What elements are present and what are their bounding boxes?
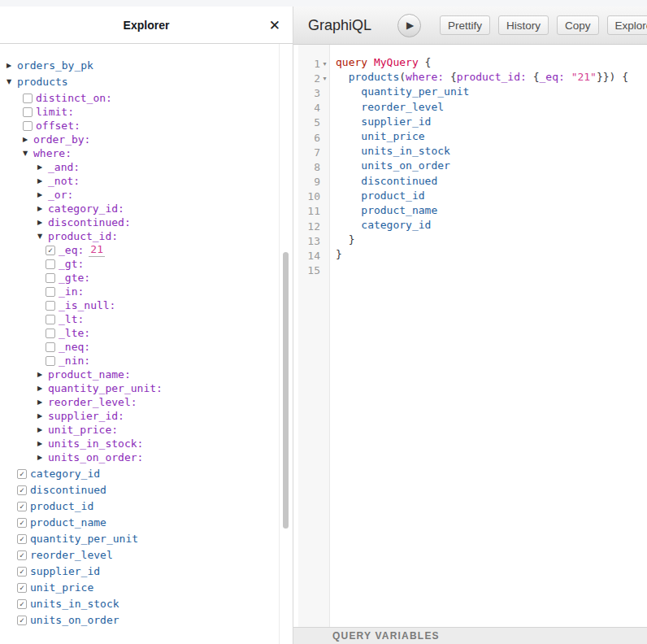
explorer-tree-row[interactable]: ✓quantity_per_unit	[0, 532, 279, 546]
argument-label[interactable]: category_id:	[48, 202, 124, 215]
chevron-right-icon[interactable]: ▶	[37, 220, 48, 226]
prettify-button[interactable]: Prettify	[440, 15, 490, 35]
argument-label[interactable]: product_name:	[48, 368, 131, 381]
chevron-right-icon[interactable]: ▶	[37, 372, 48, 378]
checkbox[interactable]	[23, 107, 33, 117]
argument-label[interactable]: _gt:	[59, 258, 84, 270]
checkbox[interactable]: ✓	[17, 518, 27, 528]
argument-label[interactable]: supplier_id:	[48, 410, 124, 422]
argument-label[interactable]: distinct_on:	[36, 92, 112, 104]
argument-label[interactable]: _or:	[48, 189, 73, 201]
field-label[interactable]: product_name	[30, 516, 106, 529]
explorer-tree-row[interactable]: ▼products	[0, 75, 279, 89]
explorer-tree-row[interactable]: distinct_on:	[0, 91, 279, 105]
field-label[interactable]: quantity_per_unit	[30, 533, 138, 545]
explorer-tree-row[interactable]: _nin:	[0, 354, 279, 368]
field-label[interactable]: discontinued	[30, 484, 106, 496]
checkbox[interactable]: ✓	[17, 485, 27, 495]
checkbox[interactable]	[46, 342, 55, 352]
argument-label[interactable]: _in:	[59, 285, 84, 298]
explorer-button[interactable]: Explorer	[607, 15, 647, 35]
checkbox[interactable]	[23, 121, 33, 131]
explorer-tree-row[interactable]: ▶order_by:	[0, 133, 279, 146]
scrollbar-thumb[interactable]	[283, 252, 289, 529]
chevron-down-icon[interactable]: ▼	[37, 233, 48, 240]
explorer-tree-row[interactable]: ✓units_in_stock	[0, 597, 279, 611]
argument-label[interactable]: unit_price:	[48, 424, 118, 436]
explorer-tree-row[interactable]: ▶unit_price:	[0, 423, 279, 437]
field-label[interactable]: products	[17, 76, 68, 88]
query-variables-title[interactable]: QUERY VARIABLES	[332, 630, 440, 642]
field-label[interactable]: units_in_stock	[30, 598, 119, 610]
scrollbar-track[interactable]	[279, 44, 293, 644]
checkbox[interactable]: ✓	[17, 550, 27, 560]
explorer-tree-row[interactable]: ✓category_id	[0, 467, 279, 481]
explorer-tree-row[interactable]: ▶orders_by_pk	[0, 59, 279, 72]
argument-label[interactable]: _gte:	[59, 272, 90, 284]
explorer-tree-row[interactable]: _gt:	[0, 257, 279, 271]
checkbox[interactable]: ✓	[17, 616, 27, 625]
argument-label[interactable]: _lte:	[59, 327, 90, 339]
argument-label[interactable]: units_in_stock:	[48, 437, 143, 450]
argument-label[interactable]: where:	[33, 147, 72, 159]
explorer-tree-row[interactable]: offset:	[0, 119, 279, 133]
argument-label[interactable]: _neq:	[59, 341, 90, 353]
explorer-tree-row[interactable]: _lte:	[0, 326, 279, 340]
chevron-right-icon[interactable]: ▶	[37, 192, 48, 198]
checkbox[interactable]: ✓	[17, 583, 27, 593]
chevron-right-icon[interactable]: ▶	[37, 164, 48, 171]
argument-label[interactable]: product_id:	[48, 230, 118, 242]
fold-arrow-icon[interactable]: ▾	[320, 60, 329, 67]
argument-label[interactable]: _and:	[48, 161, 80, 173]
explorer-tree-row[interactable]: ▶units_in_stock:	[0, 437, 279, 450]
argument-label[interactable]: _nin:	[59, 355, 90, 367]
argument-label[interactable]: order_by:	[33, 133, 90, 146]
explorer-tree-row[interactable]: _is_null:	[0, 298, 279, 312]
explorer-tree-row[interactable]: ✓discontinued	[0, 483, 279, 497]
query-code[interactable]: query MyQuery { products(where: {product…	[330, 45, 647, 627]
explorer-tree-row[interactable]: ▶product_name:	[0, 368, 279, 381]
checkbox[interactable]: ✓	[17, 599, 27, 609]
checkbox[interactable]: ✓	[17, 534, 27, 544]
explorer-tree-row[interactable]: ▶category_id:	[0, 202, 279, 215]
argument-label[interactable]: _not:	[48, 175, 80, 187]
explorer-tree-row[interactable]: limit:	[0, 105, 279, 119]
explorer-tree-row[interactable]: ▼where:	[0, 146, 279, 160]
explorer-tree-row[interactable]: ▶_or:	[0, 188, 279, 202]
argument-label[interactable]: limit:	[36, 106, 74, 118]
explorer-tree-row[interactable]: ▶_not:	[0, 174, 279, 188]
close-icon[interactable]: ✕	[266, 16, 284, 33]
checkbox[interactable]	[23, 94, 33, 103]
explorer-tree-row[interactable]: _neq:	[0, 340, 279, 354]
argument-value-input[interactable]: 21	[89, 243, 105, 257]
chevron-right-icon[interactable]: ▶	[37, 441, 48, 447]
checkbox[interactable]: ✓	[17, 567, 27, 577]
field-label[interactable]: unit_price	[30, 581, 93, 594]
explorer-tree-row[interactable]: _gte:	[0, 271, 279, 285]
chevron-right-icon[interactable]: ▶	[23, 137, 33, 143]
checkbox[interactable]	[46, 259, 55, 269]
argument-label[interactable]: units_on_order:	[48, 451, 143, 463]
chevron-right-icon[interactable]: ▶	[7, 63, 17, 69]
history-button[interactable]: History	[498, 15, 549, 35]
field-label[interactable]: reorder_level	[30, 549, 113, 561]
field-label[interactable]: orders_by_pk	[17, 59, 93, 72]
explorer-tree-row[interactable]: _lt:	[0, 312, 279, 326]
field-label[interactable]: product_id	[30, 500, 93, 512]
checkbox[interactable]: ✓	[17, 502, 27, 511]
chevron-right-icon[interactable]: ▶	[37, 427, 48, 433]
chevron-right-icon[interactable]: ▶	[37, 399, 48, 406]
field-label[interactable]: units_on_order	[30, 614, 119, 626]
checkbox[interactable]	[46, 356, 55, 366]
explorer-tree-row[interactable]: ✓reorder_level	[0, 548, 279, 562]
explorer-tree-row[interactable]: ✓_eq:21	[0, 243, 279, 257]
explorer-tree-row[interactable]: ✓product_name	[0, 516, 279, 529]
explorer-tree-row[interactable]: ✓product_id	[0, 499, 279, 513]
field-label[interactable]: category_id	[30, 468, 100, 480]
chevron-right-icon[interactable]: ▶	[37, 455, 48, 461]
checkbox[interactable]	[46, 315, 55, 324]
explorer-tree-row[interactable]: ✓units_on_order	[0, 613, 279, 627]
query-editor[interactable]: 1▾2▾3456789101112131415 query MyQuery { …	[293, 45, 647, 627]
checkbox[interactable]	[46, 329, 55, 338]
explorer-tree-row[interactable]: _in:	[0, 285, 279, 298]
